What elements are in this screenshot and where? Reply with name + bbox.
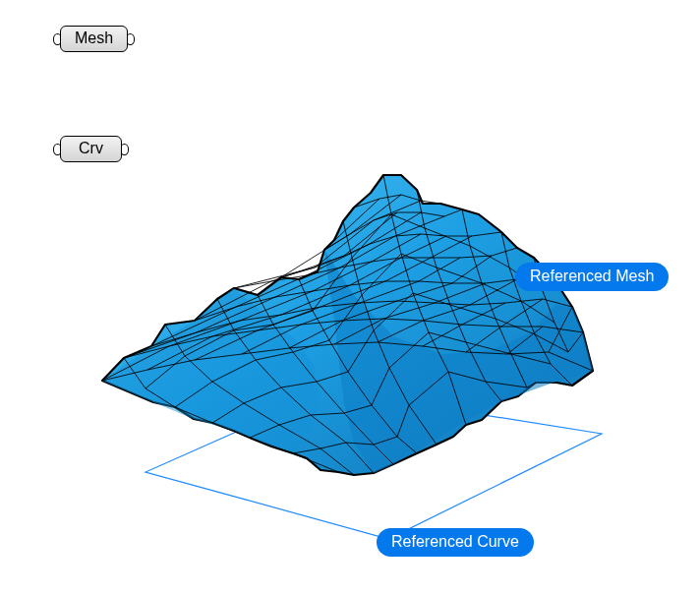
curve-node-label: Crv bbox=[60, 136, 122, 162]
referenced-curve-annotation: Referenced Curve bbox=[377, 528, 534, 557]
curve-param-node[interactable]: Crv bbox=[53, 136, 129, 162]
mesh-param-node[interactable]: Mesh bbox=[53, 26, 135, 52]
referenced-mesh bbox=[102, 175, 593, 475]
mesh-node-label: Mesh bbox=[60, 26, 128, 52]
viewport-canvas bbox=[0, 0, 700, 595]
referenced-mesh-annotation: Referenced Mesh bbox=[515, 263, 669, 291]
